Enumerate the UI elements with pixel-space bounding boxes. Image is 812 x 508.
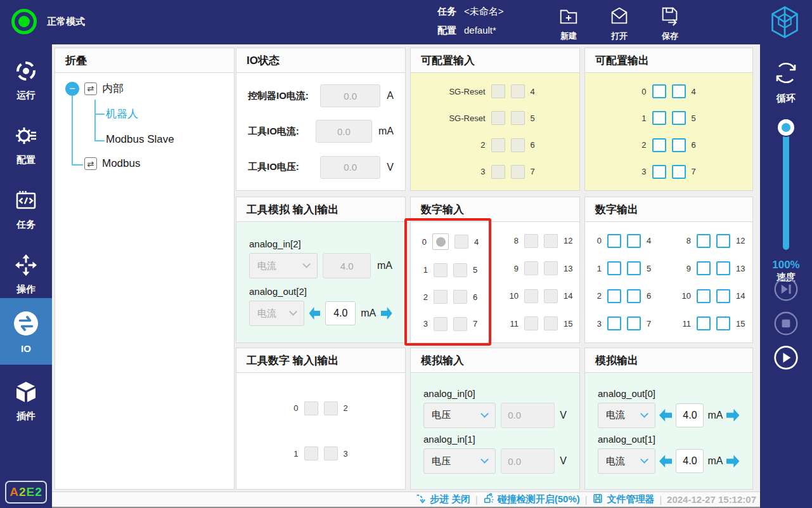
io-status-value-field[interactable]: 0.0 bbox=[320, 156, 380, 179]
config-output-checkbox[interactable] bbox=[672, 84, 686, 98]
tool-analog-in-value-field[interactable]: 4.0 bbox=[323, 253, 371, 278]
digital-output-checkbox[interactable] bbox=[627, 261, 641, 275]
digital-output-checkbox[interactable] bbox=[697, 316, 711, 330]
digital-output-checkbox[interactable] bbox=[607, 261, 621, 275]
digital-output-checkbox[interactable] bbox=[627, 234, 641, 248]
digital-input-checkbox[interactable] bbox=[453, 317, 467, 331]
analog-in-1-value-field[interactable]: 0.0 bbox=[501, 448, 555, 474]
config-output-checkbox[interactable] bbox=[672, 138, 686, 152]
config-output-checkbox[interactable] bbox=[672, 165, 686, 179]
save-button[interactable]: 保存 bbox=[659, 5, 681, 42]
tool-digital-checkbox[interactable] bbox=[324, 401, 338, 415]
tool-digital-checkbox[interactable] bbox=[304, 401, 318, 415]
tree-node-robot[interactable]: 机器人 bbox=[106, 107, 138, 121]
analog-in-1-mode-select[interactable]: 电压 bbox=[423, 448, 496, 474]
digital-output-checkbox[interactable] bbox=[716, 234, 730, 248]
config-input-checkbox[interactable] bbox=[511, 165, 525, 179]
file-manager-button[interactable]: 文件管理器 bbox=[592, 493, 654, 506]
increment-arrow-icon[interactable] bbox=[726, 455, 740, 467]
step-mode-status[interactable]: 步进 关闭 bbox=[415, 493, 470, 506]
digital-output-checkbox[interactable] bbox=[607, 316, 621, 330]
speed-slider[interactable] bbox=[760, 119, 812, 252]
digital-input-checkbox[interactable] bbox=[434, 263, 448, 277]
digital-input-checkbox[interactable] bbox=[544, 261, 558, 275]
config-input-checkbox[interactable] bbox=[491, 165, 505, 179]
tree-node-label[interactable]: 机器人 bbox=[106, 107, 138, 121]
digital-output-checkbox[interactable] bbox=[697, 234, 711, 248]
tree-node-modbus-slave[interactable]: Modbus Slave bbox=[106, 133, 174, 146]
sidebar-item-operate[interactable]: 操作 bbox=[0, 252, 52, 296]
loop-mode-button[interactable]: 循环 bbox=[760, 58, 812, 105]
stop-button[interactable] bbox=[773, 311, 799, 336]
step-next-button[interactable] bbox=[773, 277, 799, 302]
digital-input-checkbox[interactable] bbox=[544, 234, 558, 248]
tool-digital-checkbox[interactable] bbox=[324, 446, 338, 460]
tree-node-label[interactable]: Modbus Slave bbox=[106, 133, 174, 146]
decrement-arrow-icon[interactable] bbox=[309, 307, 321, 320]
play-button[interactable] bbox=[773, 345, 799, 370]
config-output-checkbox[interactable] bbox=[652, 138, 666, 152]
digital-input-checkbox[interactable] bbox=[544, 316, 558, 330]
config-input-checkbox[interactable] bbox=[511, 138, 525, 152]
config-input-checkbox[interactable] bbox=[491, 138, 505, 152]
version-badge[interactable]: A2E2 bbox=[5, 481, 47, 504]
speed-slider-handle[interactable] bbox=[778, 119, 794, 136]
digital-output-checkbox[interactable] bbox=[627, 316, 641, 330]
digital-output-checkbox[interactable] bbox=[607, 289, 621, 303]
digital-input-indicator[interactable] bbox=[432, 233, 449, 250]
analog-in-0-value-field[interactable]: 0.0 bbox=[501, 403, 555, 428]
tree-node-label[interactable]: 内部 bbox=[102, 81, 124, 96]
io-status-value-field[interactable]: 0.0 bbox=[316, 120, 372, 143]
digital-input-checkbox[interactable] bbox=[524, 261, 538, 275]
digital-output-checkbox[interactable] bbox=[716, 261, 730, 275]
sidebar-item-task[interactable]: 任务 bbox=[0, 188, 52, 231]
digital-input-checkbox[interactable] bbox=[453, 290, 467, 304]
config-output-checkbox[interactable] bbox=[652, 111, 666, 125]
tool-analog-out-value-field[interactable]: 4.0 bbox=[325, 301, 356, 325]
tool-digital-checkbox[interactable] bbox=[304, 446, 318, 460]
collapse-toggle-icon[interactable]: − bbox=[65, 82, 79, 96]
analog-out-0-mode-select[interactable]: 电流 bbox=[598, 403, 655, 428]
digital-input-checkbox[interactable] bbox=[544, 289, 558, 303]
tree-node-label[interactable]: Modbus bbox=[102, 157, 140, 170]
decrement-arrow-icon[interactable] bbox=[659, 409, 673, 422]
digital-input-checkbox[interactable] bbox=[454, 235, 468, 249]
digital-input-checkbox[interactable] bbox=[524, 289, 538, 303]
analog-out-1-mode-select[interactable]: 电流 bbox=[598, 448, 655, 474]
config-input-checkbox[interactable] bbox=[511, 111, 525, 125]
new-button[interactable]: 新建 bbox=[558, 5, 579, 42]
increment-arrow-icon[interactable] bbox=[381, 307, 392, 320]
digital-output-checkbox[interactable] bbox=[607, 234, 621, 248]
tree-node-internal[interactable]: − ⇄ 内部 bbox=[65, 81, 124, 96]
speed-slider-track[interactable] bbox=[783, 127, 789, 250]
config-input-checkbox[interactable] bbox=[491, 84, 505, 98]
digital-input-checkbox[interactable] bbox=[524, 234, 538, 248]
digital-output-checkbox[interactable] bbox=[627, 289, 641, 303]
tool-analog-out-mode-select[interactable]: 电流 bbox=[249, 301, 304, 326]
io-status-value-field[interactable]: 0.0 bbox=[320, 84, 380, 107]
sidebar-item-io[interactable]: IO bbox=[0, 298, 52, 365]
digital-output-checkbox[interactable] bbox=[716, 289, 730, 303]
open-button[interactable]: 打开 bbox=[609, 5, 630, 42]
digital-output-checkbox[interactable] bbox=[697, 289, 711, 303]
digital-input-checkbox[interactable] bbox=[453, 263, 467, 277]
decrement-arrow-icon[interactable] bbox=[659, 455, 673, 467]
sidebar-item-config[interactable]: 配置 bbox=[0, 123, 52, 166]
sidebar-item-plugin[interactable]: 插件 bbox=[0, 379, 52, 422]
digital-input-checkbox[interactable] bbox=[434, 317, 448, 331]
analog-out-1-value-field[interactable]: 4.0 bbox=[676, 449, 704, 473]
tree-panel-title[interactable]: 折叠 bbox=[55, 48, 234, 73]
increment-arrow-icon[interactable] bbox=[726, 409, 740, 422]
sidebar-item-run[interactable]: 运行 bbox=[0, 58, 52, 101]
digital-output-checkbox[interactable] bbox=[697, 261, 711, 275]
digital-input-checkbox[interactable] bbox=[524, 316, 538, 330]
analog-out-0-value-field[interactable]: 4.0 bbox=[676, 403, 704, 427]
analog-in-0-mode-select[interactable]: 电压 bbox=[423, 403, 496, 428]
config-output-checkbox[interactable] bbox=[672, 111, 686, 125]
config-input-checkbox[interactable] bbox=[491, 111, 505, 125]
config-output-checkbox[interactable] bbox=[652, 84, 666, 98]
collision-detect-status[interactable]: 碰撞检测开启(50%) bbox=[483, 493, 580, 506]
tool-analog-in-mode-select[interactable]: 电流 bbox=[249, 253, 318, 278]
digital-input-checkbox[interactable] bbox=[434, 290, 448, 304]
config-output-checkbox[interactable] bbox=[652, 165, 666, 179]
